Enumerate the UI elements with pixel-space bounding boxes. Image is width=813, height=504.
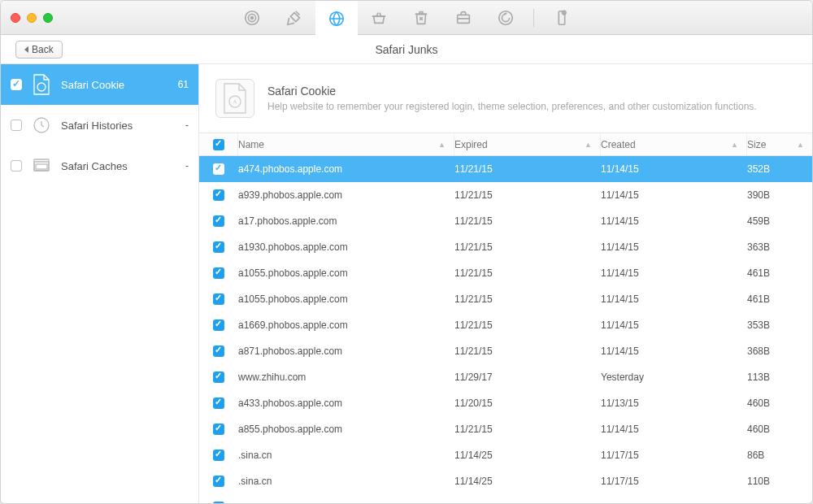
row-checkbox-cell[interactable] <box>199 398 238 409</box>
row-checkbox-cell[interactable] <box>199 241 238 253</box>
row-checkbox[interactable] <box>213 215 224 227</box>
row-checkbox[interactable] <box>213 502 224 503</box>
row-checkbox-cell[interactable] <box>199 424 238 435</box>
column-size[interactable]: Size▲ <box>747 133 812 155</box>
row-checkbox-cell[interactable] <box>199 293 238 305</box>
row-checkbox-cell[interactable] <box>199 502 238 503</box>
table-row[interactable]: a871.phobos.apple.com 11/21/15 11/14/15 … <box>199 338 812 364</box>
table-row[interactable]: .sina.cn 11/14/25 11/17/15 110B <box>199 468 812 494</box>
row-checkbox-cell[interactable] <box>199 215 238 227</box>
sidebar-checkbox[interactable] <box>11 119 22 131</box>
window-maximize-button[interactable] <box>43 13 53 23</box>
row-checkbox[interactable] <box>213 293 224 305</box>
toolbar: 1 <box>231 1 583 35</box>
toolbox-icon[interactable] <box>442 1 485 35</box>
sidebar-item-safari-caches[interactable]: Safari Caches - <box>1 146 198 186</box>
main-panel: Safari Cookie Help website to remember y… <box>199 64 812 503</box>
detail-subtitle: Help website to remember your registered… <box>267 101 796 112</box>
table-row[interactable]: a855.phobos.apple.com 11/21/15 11/14/15 … <box>199 416 812 442</box>
sidebar-item-safari-histories[interactable]: Safari Histories - <box>1 105 198 146</box>
row-expired: 11/21/15 <box>454 189 601 201</box>
table-row[interactable]: a474.phobos.apple.com 11/21/15 11/14/15 … <box>199 156 812 182</box>
row-checkbox[interactable] <box>213 450 224 461</box>
row-checkbox[interactable] <box>213 189 224 201</box>
table-row[interactable]: .sina.cn 11/24/16 Yesterday 138B <box>199 494 812 503</box>
row-created: 11/14/15 <box>601 424 747 435</box>
row-created: 11/14/15 <box>601 189 747 201</box>
row-size: 460B <box>747 398 812 409</box>
table-row[interactable]: a939.phobos.apple.com 11/21/15 11/14/15 … <box>199 182 812 208</box>
row-created: 11/13/15 <box>601 398 747 409</box>
row-checkbox[interactable] <box>213 345 224 357</box>
broom-icon[interactable] <box>273 1 315 35</box>
column-created[interactable]: Created▲ <box>601 133 747 155</box>
row-size: 461B <box>747 293 812 305</box>
table-row[interactable]: .sina.cn 11/14/25 11/17/15 86B <box>199 442 812 468</box>
row-name: a1055.phobos.apple.com <box>238 293 454 305</box>
sidebar-checkbox[interactable] <box>11 79 22 90</box>
row-checkbox[interactable] <box>213 241 224 253</box>
sidebar-item-count: 61 <box>178 79 189 90</box>
row-checkbox-cell[interactable] <box>199 189 238 201</box>
basket-icon[interactable] <box>358 1 400 35</box>
table-body[interactable]: a474.phobos.apple.com 11/21/15 11/14/15 … <box>199 156 812 503</box>
row-checkbox-cell[interactable] <box>199 371 238 383</box>
globe-icon[interactable] <box>315 1 358 35</box>
table-row[interactable]: a1055.phobos.apple.com 11/21/15 11/14/15… <box>199 260 812 286</box>
table-row[interactable]: www.zhihu.com 11/29/17 Yesterday 113B <box>199 364 812 390</box>
row-checkbox[interactable] <box>213 476 224 487</box>
row-created: Yesterday <box>601 502 747 503</box>
row-name: a474.phobos.apple.com <box>238 163 454 175</box>
page-title: Safari Junks <box>375 43 437 56</box>
row-checkbox[interactable] <box>213 163 224 175</box>
window-minimize-button[interactable] <box>27 13 37 23</box>
refresh-icon[interactable] <box>485 1 527 35</box>
header-checkbox-cell[interactable] <box>199 133 238 155</box>
sidebar-item-label: Safari Histories <box>61 119 176 132</box>
table-row[interactable]: a1055.phobos.apple.com 11/21/15 11/14/15… <box>199 286 812 312</box>
window-close-button[interactable] <box>11 13 20 23</box>
row-checkbox[interactable] <box>213 267 224 279</box>
sidebar-item-safari-cookie[interactable]: Safari Cookie 61 <box>1 64 198 105</box>
row-created: 11/14/15 <box>601 241 747 253</box>
row-checkbox-cell[interactable] <box>199 450 238 461</box>
column-name[interactable]: Name▲ <box>238 133 454 155</box>
row-checkbox-cell[interactable] <box>199 319 238 331</box>
row-created: 11/14/15 <box>601 345 747 357</box>
detail-title: Safari Cookie <box>267 85 796 98</box>
phone-icon[interactable]: 1 <box>541 1 583 35</box>
row-size: 86B <box>747 450 812 461</box>
row-checkbox[interactable] <box>213 424 224 435</box>
table-row[interactable]: a433.phobos.apple.com 11/20/15 11/13/15 … <box>199 390 812 416</box>
table-row[interactable]: a1930.phobos.apple.com 11/21/15 11/14/15… <box>199 234 812 260</box>
row-expired: 11/14/25 <box>454 450 601 461</box>
trash-icon[interactable] <box>400 1 442 35</box>
svg-point-2 <box>250 16 253 19</box>
row-created: 11/14/15 <box>601 163 747 175</box>
table-row[interactable]: a1669.phobos.apple.com 11/21/15 11/14/15… <box>199 312 812 338</box>
select-all-checkbox[interactable] <box>213 139 224 150</box>
toolbar-divider <box>533 9 534 27</box>
sort-arrow-icon: ▲ <box>585 141 592 149</box>
row-expired: 11/21/15 <box>454 241 601 253</box>
sidebar-item-label: Safari Caches <box>61 160 176 172</box>
content: Safari Cookie 61 Safari Histories - Safa… <box>1 64 812 503</box>
row-name: a1669.phobos.apple.com <box>238 319 454 331</box>
row-checkbox-cell[interactable] <box>199 476 238 487</box>
row-checkbox-cell[interactable] <box>199 163 238 175</box>
sidebar-checkbox[interactable] <box>11 160 22 172</box>
row-checkbox[interactable] <box>213 398 224 409</box>
row-name: a1930.phobos.apple.com <box>238 241 454 253</box>
sidebar-item-count: - <box>185 160 189 172</box>
table-row[interactable]: a17.phobos.apple.com 11/21/15 11/14/15 4… <box>199 208 812 234</box>
row-checkbox-cell[interactable] <box>199 267 238 279</box>
row-checkbox[interactable] <box>213 371 224 383</box>
row-name: www.zhihu.com <box>238 371 454 383</box>
row-expired: 11/24/16 <box>454 502 601 503</box>
row-checkbox[interactable] <box>213 319 224 331</box>
sidebar-item-icon <box>32 115 51 135</box>
column-expired[interactable]: Expired▲ <box>454 133 601 155</box>
row-checkbox-cell[interactable] <box>199 345 238 357</box>
target-icon[interactable] <box>231 1 273 35</box>
back-button[interactable]: Back <box>15 41 63 59</box>
